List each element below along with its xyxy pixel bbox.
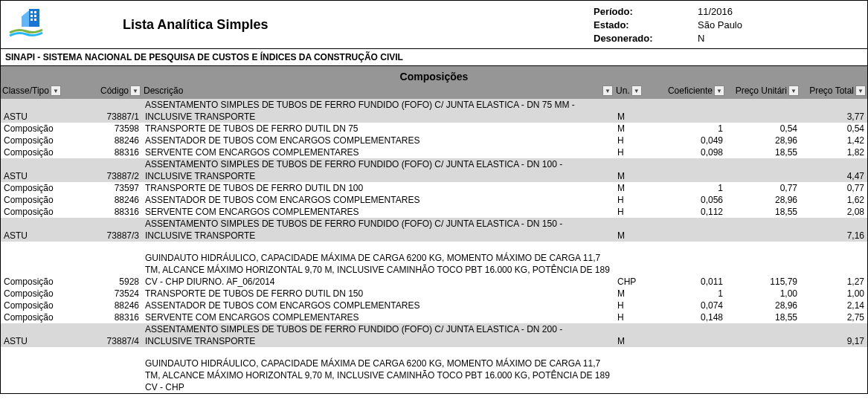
cell-desc: SERVENTE COM ENCARGOS COMPLEMENTARES <box>142 206 614 218</box>
cell-pt: 7,16 <box>800 230 867 242</box>
cell-desc: ASSENTADOR DE TUBOS COM ENCARGOS COMPLEM… <box>142 135 614 146</box>
cell-classe: Composição <box>1 123 83 135</box>
cell-coef: 0,011 <box>659 276 726 288</box>
column-headers: Classe/Tipo ▼ Código ▼ Descrição ▼ Un. ▼… <box>1 84 867 99</box>
cell-un: M <box>614 111 659 123</box>
filter-icon[interactable]: ▼ <box>130 85 141 96</box>
table-row[interactable]: Composição73598TRANSPORTE DE TUBOS DE FE… <box>1 123 867 135</box>
cell-codigo: 73887/3 <box>83 230 142 242</box>
cell-pu: 0,77 <box>726 182 800 194</box>
cell-pu: 1,00 <box>726 288 800 300</box>
cell-un: H <box>614 135 659 146</box>
col-un-label: Un. <box>616 85 630 96</box>
svg-marker-7 <box>22 10 29 27</box>
cell-coef: 0,112 <box>659 206 726 218</box>
table-row[interactable]: Composição88316SERVENTE COM ENCARGOS COM… <box>1 311 867 323</box>
group-row[interactable]: ASTU73887/4ASSENTAMENTO SIMPLES DE TUBOS… <box>1 323 867 347</box>
report-header: Lista Analítica Simples Período: 11/2016… <box>1 1 867 49</box>
filter-icon[interactable]: ▼ <box>714 85 724 96</box>
cell-pt: 3,77 <box>800 111 867 123</box>
table-row[interactable]: GUINDAUTO HIDRÁULICO, CAPACIDADE MÁXIMA … <box>1 347 867 393</box>
title-area: Lista Analítica Simples <box>48 4 594 45</box>
deson-value: N <box>698 32 861 45</box>
cell-codigo: 88316 <box>83 311 142 323</box>
table-row[interactable]: Composição5928GUINDAUTO HIDRÁULICO, CAPA… <box>1 242 867 288</box>
table-row[interactable]: Composição88316SERVENTE COM ENCARGOS COM… <box>1 146 867 158</box>
table-row[interactable]: Composição88316SERVENTE COM ENCARGOS COM… <box>1 206 867 218</box>
table-row[interactable]: Composição88246ASSENTADOR DE TUBOS COM E… <box>1 300 867 311</box>
cell-pt: 0,77 <box>800 182 867 194</box>
cell-pu: 28,96 <box>726 135 800 146</box>
filter-icon[interactable]: ▼ <box>602 85 613 96</box>
meta-area: Período: 11/2016 Estado: São Paulo Deson… <box>594 4 861 45</box>
cell-un: H <box>614 194 659 206</box>
section-title: Composições <box>1 66 867 84</box>
cell-pu: 18,55 <box>726 146 800 158</box>
cell-classe: Composição <box>1 206 83 218</box>
cell-codigo: 73524 <box>83 288 142 300</box>
cell-coef: 0,056 <box>659 194 726 206</box>
cell-desc: ASSENTAMENTO SIMPLES DE TUBOS DE FERRO F… <box>142 323 614 347</box>
cell-classe: Composição <box>1 300 83 311</box>
cell-codigo: 88246 <box>83 194 142 206</box>
table-row[interactable]: Composição73524TRANSPORTE DE TUBOS DE FE… <box>1 288 867 300</box>
filter-icon[interactable]: ▼ <box>631 85 642 96</box>
filter-icon[interactable]: ▼ <box>788 85 799 96</box>
cell-classe: ASTU <box>1 230 83 242</box>
cell-desc: SERVENTE COM ENCARGOS COMPLEMENTARES <box>142 311 614 323</box>
cell-desc: SERVENTE COM ENCARGOS COMPLEMENTARES <box>142 146 614 158</box>
table-row[interactable]: Composição88246ASSENTADOR DE TUBOS COM E… <box>1 194 867 206</box>
cell-un: CHP <box>614 276 659 288</box>
cell-pt: 2,08 <box>800 206 867 218</box>
cell-classe: Composição <box>1 276 83 288</box>
svg-rect-3 <box>30 15 33 17</box>
cell-pu: 18,55 <box>726 311 800 323</box>
cell-codigo: 88316 <box>83 206 142 218</box>
group-row[interactable]: ASTU73887/1ASSENTAMENTO SIMPLES DE TUBOS… <box>1 99 867 123</box>
group-row[interactable]: ASTU73887/3ASSENTAMENTO SIMPLES DE TUBOS… <box>1 218 867 242</box>
period-label: Período: <box>594 5 698 19</box>
table-row[interactable]: Composição73597TRANSPORTE DE TUBOS DE FE… <box>1 182 867 194</box>
cell-desc: GUINDAUTO HIDRÁULICO, CAPACIDADE MÁXIMA … <box>142 242 614 288</box>
col-classe-label: Classe/Tipo <box>2 85 49 96</box>
table-row[interactable]: Composição88246ASSENTADOR DE TUBOS COM E… <box>1 135 867 146</box>
cell-un: H <box>614 311 659 323</box>
cell-pu: 28,96 <box>726 194 800 206</box>
cell-un: H <box>614 300 659 311</box>
cell-classe: Composição <box>1 311 83 323</box>
cell-pt: 2,14 <box>800 300 867 311</box>
cell-un: H <box>614 206 659 218</box>
system-subtitle: SINAPI - SISTEMA NACIONAL DE PESQUISA DE… <box>1 49 867 66</box>
svg-rect-2 <box>34 11 36 13</box>
cell-pt: 1,42 <box>800 135 867 146</box>
cell-codigo: 88246 <box>83 135 142 146</box>
cell-un: M <box>614 335 659 347</box>
col-codigo-label: Código <box>100 85 129 96</box>
filter-icon[interactable]: ▼ <box>855 85 866 96</box>
cell-desc: GUINDAUTO HIDRÁULICO, CAPACIDADE MÁXIMA … <box>142 347 614 393</box>
cell-desc: ASSENTADOR DE TUBOS COM ENCARGOS COMPLEM… <box>142 194 614 206</box>
cell-classe: ASTU <box>1 170 83 182</box>
cell-desc: TRANSPORTE DE TUBOS DE FERRO DUTIL DN 10… <box>142 182 614 194</box>
cell-classe: ASTU <box>1 335 83 347</box>
cell-classe: Composição <box>1 146 83 158</box>
filter-icon[interactable]: ▼ <box>51 85 61 96</box>
svg-rect-5 <box>30 19 33 21</box>
group-row[interactable]: ASTU73887/2ASSENTAMENTO SIMPLES DE TUBOS… <box>1 158 867 182</box>
col-desc-label: Descrição <box>144 85 183 96</box>
data-body: ASTU73887/1ASSENTAMENTO SIMPLES DE TUBOS… <box>1 99 867 393</box>
state-value: São Paulo <box>698 19 861 32</box>
cell-codigo: 73887/4 <box>83 335 142 347</box>
cell-codigo: 88246 <box>83 300 142 311</box>
cell-pt: 2,75 <box>800 311 867 323</box>
cell-desc: ASSENTAMENTO SIMPLES DE TUBOS DE FERRO F… <box>142 218 614 242</box>
cell-coef: 1 <box>659 288 726 300</box>
cell-coef: 0,049 <box>659 135 726 146</box>
cell-codigo: 5928 <box>83 276 142 288</box>
state-label: Estado: <box>594 19 698 32</box>
svg-rect-4 <box>34 15 36 17</box>
cell-pt: 1,62 <box>800 194 867 206</box>
cell-desc: ASSENTADOR DE TUBOS COM ENCARGOS COMPLEM… <box>142 300 614 311</box>
logo <box>4 4 48 41</box>
cell-un: M <box>614 170 659 182</box>
